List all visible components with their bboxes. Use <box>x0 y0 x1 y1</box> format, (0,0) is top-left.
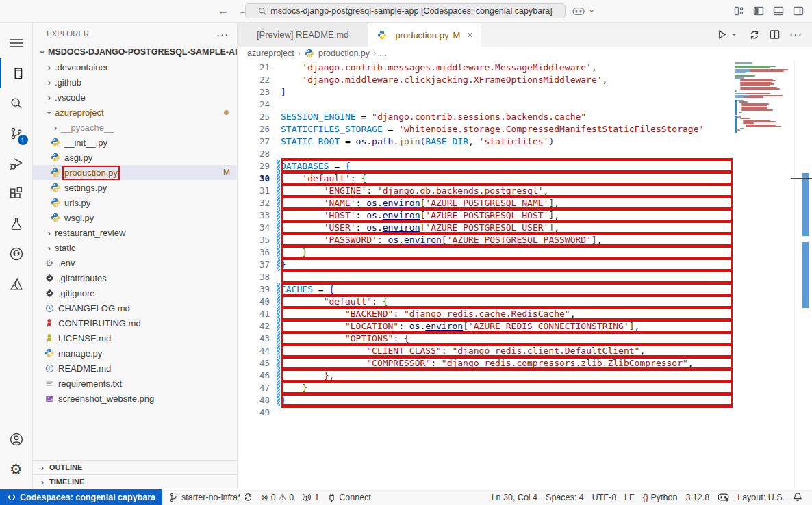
copilot-status-icon[interactable]: i <box>713 489 733 505</box>
tree-item-manage-py[interactable]: manage.py <box>33 346 237 361</box>
keyboard-layout-item[interactable]: Layout: U.S. <box>733 489 789 505</box>
code-line-28[interactable]: 28 <box>238 148 735 160</box>
language-mode-item[interactable]: {} Python <box>639 489 682 505</box>
line-number[interactable]: 21 <box>238 62 270 74</box>
outline-section[interactable]: › OUTLINE <box>33 460 237 474</box>
code-line-36[interactable]: 36 } <box>238 246 735 259</box>
menu-icon[interactable] <box>0 28 33 58</box>
tree-item-msdocs-django-postgresql-sample-app-[interactable]: ›MSDOCS-DJANGO-POSTGRESQL-SAMPLE-APP... <box>33 44 237 60</box>
tree-item-urls-py[interactable]: urls.py <box>33 195 237 210</box>
remote-indicator[interactable]: Codespaces: congenial capybara <box>0 489 162 505</box>
line-number[interactable]: 32 <box>238 197 270 209</box>
accounts-icon[interactable] <box>0 424 33 454</box>
python-version-item[interactable]: 3.12.8 <box>681 489 713 505</box>
line-number[interactable]: 26 <box>238 123 270 135</box>
explorer-more-actions[interactable]: ··· <box>216 28 229 40</box>
code-line-25[interactable]: 25SESSION_ENGINE = "django.contrib.sessi… <box>238 111 735 123</box>
line-number[interactable]: 30 <box>238 172 270 185</box>
code-line-48[interactable]: 48} <box>238 394 735 406</box>
tree-item--gitattributes[interactable]: .gitattributes <box>33 270 237 285</box>
line-number[interactable]: 44 <box>238 345 270 357</box>
indentation-item[interactable]: Spaces: 4 <box>542 489 588 505</box>
tree-item-changelog-md[interactable]: CHANGELOG.md <box>33 300 237 315</box>
code-line-26[interactable]: 26STATICFILES_STORAGE = 'whitenoise.stor… <box>238 123 735 135</box>
tree-item-wsgi-py[interactable]: wsgi.py <box>33 210 237 225</box>
breadcrumb-symbol[interactable]: ... <box>379 49 386 58</box>
testing-icon[interactable] <box>0 209 33 239</box>
code-line-39[interactable]: 39CACHES = { <box>238 283 735 296</box>
azure-icon[interactable] <box>0 269 33 299</box>
ports-status-item[interactable]: 1 <box>298 489 323 505</box>
line-number[interactable]: 22 <box>238 74 270 86</box>
tree-item-production-py[interactable]: production.pyM <box>33 165 237 180</box>
line-number[interactable]: 47 <box>238 382 270 394</box>
tab-close-icon[interactable]: × <box>467 29 472 40</box>
line-number[interactable]: 41 <box>238 308 270 320</box>
timeline-section[interactable]: › TIMELINE <box>33 474 237 489</box>
settings-gear-icon[interactable]: ⚙ <box>0 454 33 484</box>
connect-status-item[interactable]: Connect <box>323 489 375 505</box>
breadcrumb-file[interactable]: production.py <box>318 49 370 58</box>
code-line-33[interactable]: 33 'HOST': os.environ['AZURE_POSTGRESQL_… <box>238 209 735 222</box>
branch-status-item[interactable]: starter-no-infra* <box>165 489 257 505</box>
line-number[interactable]: 31 <box>238 185 270 197</box>
line-number[interactable]: 27 <box>238 135 270 148</box>
toggle-panel-icon[interactable] <box>773 5 784 16</box>
line-number[interactable]: 42 <box>238 320 270 333</box>
tree-item-restaurant-review[interactable]: ›restaurant_review <box>33 225 237 240</box>
code-line-45[interactable]: 45 "COMPRESSOR": "django_redis.compresso… <box>238 357 735 370</box>
tree-item--env[interactable]: ⚙.env <box>33 255 237 270</box>
tree-item--github[interactable]: ›.github <box>33 75 237 90</box>
tree-item--devcontainer[interactable]: ›.devcontainer <box>33 60 237 75</box>
customize-layout-icon[interactable] <box>733 5 744 16</box>
breadcrumb-folder[interactable]: azureproject <box>247 49 294 58</box>
code-line-35[interactable]: 35 'PASSWORD': os.environ['AZURE_POSTGRE… <box>238 234 735 246</box>
extensions-icon[interactable] <box>0 179 33 209</box>
tree-item--gitignore[interactable]: .gitignore <box>33 285 237 300</box>
code-line-29[interactable]: 29DATABASES = { <box>238 160 735 172</box>
tree-item-asgi-py[interactable]: asgi.py <box>33 150 237 165</box>
line-number[interactable]: 48 <box>238 394 270 406</box>
tree-item--init-py[interactable]: __init__.py <box>33 135 237 150</box>
code-line-27[interactable]: 27STATIC_ROOT = os.path.join(BASE_DIR, '… <box>238 135 735 148</box>
line-number[interactable]: 36 <box>238 246 270 259</box>
code-line-32[interactable]: 32 'NAME': os.environ['AZURE_POSTGRESQL_… <box>238 197 735 209</box>
nav-back-icon[interactable]: ← <box>218 5 229 17</box>
tree-item-screenshot-website-png[interactable]: screenshot_website.png <box>33 391 237 406</box>
tree-item-azureproject[interactable]: ›azureproject <box>33 105 237 120</box>
code-line-37[interactable]: 37} <box>238 259 735 271</box>
line-number[interactable]: 28 <box>238 148 270 160</box>
split-editor-icon[interactable] <box>770 29 780 40</box>
command-center-search[interactable]: msdocs-django-postgresql-sample-app [Cod… <box>245 3 566 18</box>
problems-status-item[interactable]: ⊗ 0 ⚠ 0 <box>257 489 298 505</box>
code-line-30[interactable]: 30 'default': { <box>238 172 735 185</box>
explorer-icon[interactable] <box>0 58 33 88</box>
tree-item-contributing-md[interactable]: CONTRIBUTING.md <box>33 315 237 331</box>
line-number[interactable]: 25 <box>238 111 270 123</box>
code-line-46[interactable]: 46 }, <box>238 370 735 382</box>
cursor-position-item[interactable]: Ln 30, Col 4 <box>487 489 542 505</box>
line-number[interactable]: 49 <box>238 406 270 419</box>
minimap[interactable] <box>735 60 794 489</box>
code-line-34[interactable]: 34 'USER': os.environ['AZURE_POSTGRESQL_… <box>238 222 735 234</box>
tree-item-static[interactable]: ›static <box>33 240 237 255</box>
copilot-menu[interactable]: › <box>572 6 598 16</box>
toggle-secondary-sidebar-icon[interactable] <box>793 5 804 16</box>
tree-item-settings-py[interactable]: settings.py <box>33 180 237 195</box>
code-line-43[interactable]: 43 "OPTIONS": { <box>238 333 735 345</box>
code-line-38[interactable]: 38 <box>238 271 735 283</box>
eol-item[interactable]: LF <box>620 489 639 505</box>
overview-ruler[interactable] <box>794 60 812 489</box>
line-number[interactable]: 43 <box>238 333 270 345</box>
code-line-31[interactable]: 31 'ENGINE': 'django.db.backends.postgre… <box>238 185 735 197</box>
line-number[interactable]: 40 <box>238 296 270 308</box>
tree-item-requirements-txt[interactable]: requirements.txt <box>33 376 237 391</box>
tab-readme-preview[interactable]: [Preview] README.md <box>238 23 368 47</box>
line-number[interactable]: 35 <box>238 234 270 246</box>
tree-item--pycache-[interactable]: ›__pycache__ <box>33 120 237 135</box>
code-line-22[interactable]: 22 'django.middleware.clickjacking.XFram… <box>238 74 735 86</box>
editor-more-actions[interactable]: ··· <box>789 29 802 41</box>
open-changes-icon[interactable] <box>749 29 760 40</box>
run-python-button[interactable]: › <box>717 29 739 40</box>
github-icon[interactable] <box>0 239 33 269</box>
